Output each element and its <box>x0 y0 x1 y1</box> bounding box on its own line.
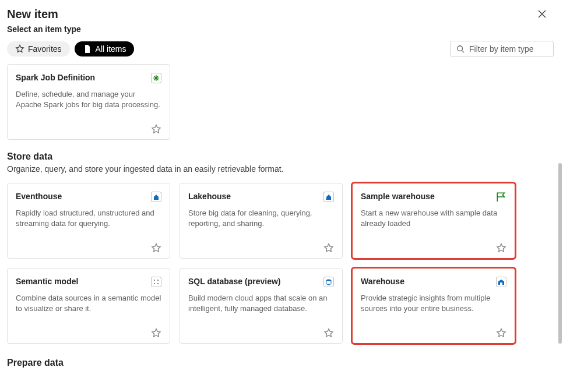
favorite-toggle-icon[interactable] <box>496 328 506 338</box>
favorite-toggle-icon[interactable] <box>151 243 161 253</box>
svg-point-4 <box>157 283 159 284</box>
item-card-semantic-model[interactable]: Semantic model Combine data sources in a… <box>7 268 170 344</box>
item-card-lakehouse[interactable]: Lakehouse Store big data for cleaning, q… <box>180 183 343 259</box>
card-description: Build modern cloud apps that scale on an… <box>188 293 334 323</box>
favorites-label: Favorites <box>28 44 62 54</box>
card-description: Store big data for cleaning, querying, r… <box>188 208 334 238</box>
page-subtitle: Select an item type <box>7 24 554 34</box>
star-icon <box>15 44 24 54</box>
item-card-spark-job-definition[interactable]: Spark Job Definition Define, schedule, a… <box>7 64 170 140</box>
section-title-prepare-data: Prepare data <box>7 358 554 368</box>
sql-database-icon: SQL <box>323 277 334 287</box>
favorite-toggle-icon[interactable] <box>323 328 334 338</box>
favorite-toggle-icon[interactable] <box>323 243 334 253</box>
svg-point-1 <box>154 280 155 281</box>
item-card-eventhouse[interactable]: Eventhouse Rapidly load structured, unst… <box>7 183 170 259</box>
lakehouse-icon <box>323 192 334 202</box>
card-description: Combine data sources in a semantic model… <box>16 293 161 323</box>
svg-point-3 <box>154 283 155 284</box>
card-title: Spark Job Definition <box>16 73 95 82</box>
page-title: New item <box>7 8 58 21</box>
item-card-sample-warehouse[interactable]: Sample warehouse Start a new warehouse w… <box>352 183 515 259</box>
favorite-toggle-icon[interactable] <box>496 243 506 253</box>
favorites-filter-button[interactable]: Favorites <box>7 41 70 56</box>
svg-text:SQL: SQL <box>327 284 330 286</box>
spark-icon <box>151 73 161 83</box>
svg-rect-7 <box>500 282 502 285</box>
eventhouse-icon <box>151 192 161 202</box>
card-description: Start a new warehouse with sample data a… <box>361 208 506 238</box>
card-title: Lakehouse <box>188 192 231 201</box>
favorite-toggle-icon[interactable] <box>151 328 161 338</box>
all-items-filter-button[interactable]: All items <box>75 41 135 56</box>
section-title-store-data: Store data <box>7 151 554 162</box>
semantic-model-icon <box>151 277 161 287</box>
card-description: Provide strategic insights from multiple… <box>361 293 506 323</box>
svg-point-5 <box>326 280 331 281</box>
item-card-warehouse[interactable]: Warehouse Provide strategic insights fro… <box>352 268 515 344</box>
all-items-label: All items <box>96 44 126 54</box>
close-button[interactable] <box>535 7 549 21</box>
card-title: Eventhouse <box>16 192 62 201</box>
card-description: Rapidly load structured, unstructured an… <box>16 208 161 238</box>
document-icon <box>83 44 92 54</box>
close-icon <box>538 10 546 18</box>
svg-point-2 <box>157 280 159 281</box>
item-card-sql-database[interactable]: SQL database (preview) SQL Build modern … <box>180 268 343 344</box>
flag-icon <box>496 192 506 202</box>
search-filter-box[interactable] <box>450 41 554 57</box>
svg-point-0 <box>458 46 463 51</box>
scrollbar[interactable] <box>558 163 562 344</box>
warehouse-icon <box>496 277 506 287</box>
card-description: Define, schedule, and manage your Apache… <box>16 89 161 119</box>
favorite-toggle-icon[interactable] <box>151 124 161 135</box>
card-title: Semantic model <box>16 277 78 286</box>
section-desc-store-data: Organize, query, and store your ingested… <box>7 164 554 174</box>
card-title: Warehouse <box>361 277 404 286</box>
card-title: Sample warehouse <box>361 192 435 201</box>
search-icon <box>456 45 465 53</box>
search-input[interactable] <box>469 44 547 54</box>
card-title: SQL database (preview) <box>188 277 280 286</box>
